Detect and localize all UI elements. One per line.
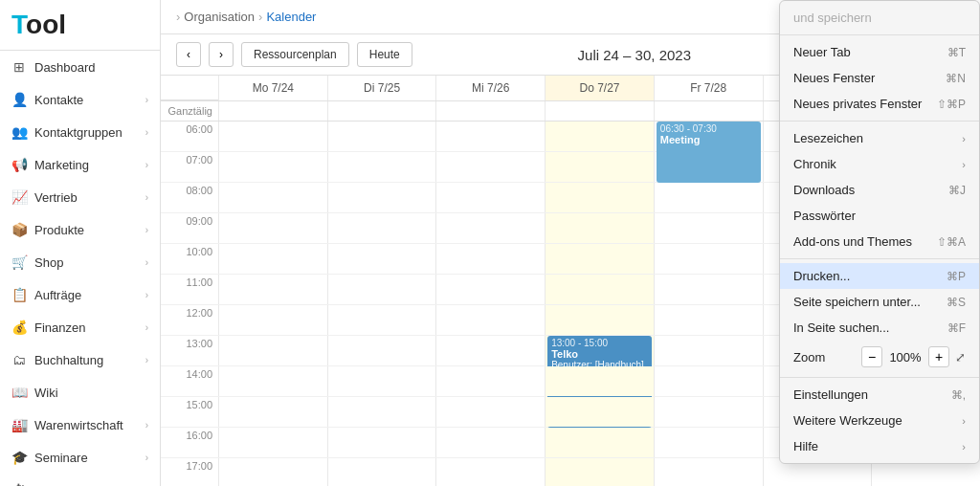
sidebar-item-auftraege[interactable]: 📋 Aufträge ›	[0, 278, 160, 311]
menu-label: Neuer Tab	[793, 45, 947, 59]
menu-label: Neues privates Fenster	[793, 97, 937, 111]
time-label-0700: 07:00	[161, 152, 218, 182]
menu-item-addons[interactable]: Add-ons und Themes ⇧⌘A	[780, 229, 979, 254]
finanzen-icon: 💰	[11, 320, 27, 335]
logo-suffix: ool	[26, 10, 66, 39]
time-cell-0600-0[interactable]	[218, 122, 327, 151]
menu-item-seite-speichern[interactable]: Seite speichern unter... ⌘S	[780, 289, 979, 315]
sidebar-item-dashboard[interactable]: ⊞ Dashboard	[0, 51, 160, 83]
chevron-icon: ›	[145, 127, 148, 138]
sidebar-item-seminare[interactable]: 🎓 Seminare ›	[0, 441, 160, 474]
breadcrumb-parent[interactable]: Organisation	[184, 10, 255, 24]
time-label-1600: 16:00	[161, 428, 218, 457]
sidebar-item-vertrieb[interactable]: 📈 Vertrieb ›	[0, 181, 160, 213]
menu-item-neuer-tab[interactable]: Neuer Tab ⌘T	[780, 39, 979, 65]
menu-divider-3	[780, 258, 979, 259]
cal-next-button[interactable]: ›	[209, 42, 234, 67]
chevron-icon: ›	[145, 192, 148, 203]
sidebar-item-label: Kontaktgruppen	[34, 125, 122, 140]
sidebar-item-label: Aufträge	[34, 288, 81, 302]
auftraege-icon: 📋	[11, 287, 27, 302]
menu-label: Neues Fenster	[793, 71, 946, 85]
allday-cell-1[interactable]	[327, 101, 436, 121]
sidebar-item-warenwirtschaft[interactable]: 🏭 Warenwirtschaft ›	[0, 409, 160, 441]
sidebar-item-label: Warenwirtschaft	[34, 418, 123, 432]
seminare-icon: 🎓	[11, 450, 27, 465]
menu-item-einstellungen[interactable]: Einstellungen ⌘,	[780, 382, 979, 408]
sidebar-item-wiki[interactable]: 📖 Wiki	[0, 376, 160, 409]
shop-icon: 🛒	[11, 254, 27, 270]
allday-cell-3[interactable]	[545, 101, 654, 121]
breadcrumb-current: Kalender	[266, 10, 316, 24]
time-label-1300: 13:00	[161, 336, 218, 365]
menu-item-weitere-werkzeuge[interactable]: Weitere Werkzeuge ›	[780, 408, 979, 433]
menu-item-downloads[interactable]: Downloads ⌘J	[780, 177, 979, 203]
wiki-icon: 📖	[11, 385, 27, 400]
sidebar-item-kontaktgruppen[interactable]: 👥 Kontaktgruppen ›	[0, 116, 160, 148]
produkte-icon: 📦	[11, 222, 27, 237]
menu-item-passwoerter[interactable]: Passwörter	[780, 203, 979, 229]
time-cell-0600-1[interactable]	[327, 122, 436, 151]
time-cell-0600-2[interactable]	[435, 122, 545, 151]
time-cell-1300-3[interactable]: 13:00 - 15:00 Telko Benutzer: [Handbuch]…	[545, 336, 654, 365]
time-cell-0700-2[interactable]	[435, 152, 545, 182]
menu-label: Lesezeichen	[793, 131, 962, 145]
time-cell-0600-3[interactable]	[545, 122, 654, 151]
menu-label: Passwörter	[793, 209, 966, 223]
allday-cell-2[interactable]	[435, 101, 545, 121]
menu-divider-4	[780, 377, 979, 378]
menu-item-lesezeichen[interactable]: Lesezeichen ›	[780, 125, 979, 151]
zoom-value: 100%	[888, 350, 923, 364]
sidebar-item-zeiterfassung[interactable]: ⏱ Zeiterfassung ›	[0, 474, 160, 486]
menu-item-neues-privates-fenster[interactable]: Neues privates Fenster ⇧⌘P	[780, 91, 979, 117]
chevron-icon: ›	[145, 453, 148, 463]
sidebar-item-marketing[interactable]: 📢 Marketing ›	[0, 148, 160, 181]
sidebar-item-label: Vertrieb	[34, 190, 78, 205]
cal-prev-button[interactable]: ‹	[176, 42, 201, 67]
chevron-icon: ›	[145, 420, 148, 431]
allday-label: Ganztälig	[161, 101, 218, 121]
zoom-minus-button[interactable]: −	[861, 346, 882, 367]
menu-item-in-seite-suchen[interactable]: In Seite suchen... ⌘F	[780, 315, 979, 341]
menu-shortcut: ⇧⌘A	[937, 235, 966, 249]
sidebar-item-produkte[interactable]: 📦 Produkte ›	[0, 213, 160, 246]
chevron-right-icon: ›	[962, 159, 966, 170]
zoom-label: Zoom	[793, 350, 825, 364]
day-header-4: Fr 7/28	[654, 76, 763, 100]
allday-cell-4[interactable]	[654, 101, 763, 121]
sidebar-item-label: Buchhaltung	[34, 353, 103, 367]
allday-cell-0[interactable]	[218, 101, 327, 121]
logo: Tool	[0, 0, 160, 51]
buchhaltung-icon: 🗂	[11, 352, 27, 367]
cal-ressourcenplan-button[interactable]: Ressourcenplan	[241, 42, 349, 67]
menu-item-chronik[interactable]: Chronik ›	[780, 151, 979, 177]
sidebar-item-buchhaltung[interactable]: 🗂 Buchhaltung ›	[0, 343, 160, 376]
time-cell-0700-3[interactable]	[545, 152, 654, 182]
sidebar-item-shop[interactable]: 🛒 Shop ›	[0, 246, 160, 278]
chevron-right-icon: ›	[962, 415, 966, 427]
sidebar-item-finanzen[interactable]: 💰 Finanzen ›	[0, 311, 160, 343]
time-cell-0600-4[interactable]: 06:30 - 07:30 Meeting	[654, 122, 763, 151]
time-cell-0700-4[interactable]	[654, 152, 763, 182]
time-label-1000: 10:00	[161, 244, 218, 274]
sidebar-item-kontakte[interactable]: 👤 Kontakte ›	[0, 83, 160, 116]
menu-shortcut: ⌘T	[947, 46, 966, 59]
breadcrumb-sep: ›	[176, 10, 180, 24]
menu-item-hilfe[interactable]: Hilfe ›	[780, 433, 979, 459]
sidebar-item-label: Kontakte	[34, 93, 83, 107]
zoom-expand-icon[interactable]: ⤢	[955, 350, 966, 364]
sidebar-item-label: Shop	[34, 255, 63, 270]
corner-cell	[161, 76, 218, 100]
time-cell-0700-0[interactable]	[218, 152, 327, 182]
zoom-plus-button[interactable]: +	[928, 346, 949, 367]
marketing-icon: 📢	[11, 157, 27, 172]
day-header-2: Mi 7/26	[435, 76, 545, 100]
menu-item-drucken[interactable]: Drucken... ⌘P	[780, 263, 979, 289]
time-label-0800: 08:00	[161, 183, 218, 212]
menu-item-neues-fenster[interactable]: Neues Fenster ⌘N	[780, 65, 979, 91]
menu-item-und-speichern[interactable]: und speichern	[780, 5, 979, 31]
cal-heute-button[interactable]: Heute	[357, 42, 412, 67]
menu-label: Add-ons und Themes	[793, 234, 937, 249]
time-cell-0700-1[interactable]	[327, 152, 436, 182]
sidebar-item-label: Dashboard	[34, 60, 96, 75]
